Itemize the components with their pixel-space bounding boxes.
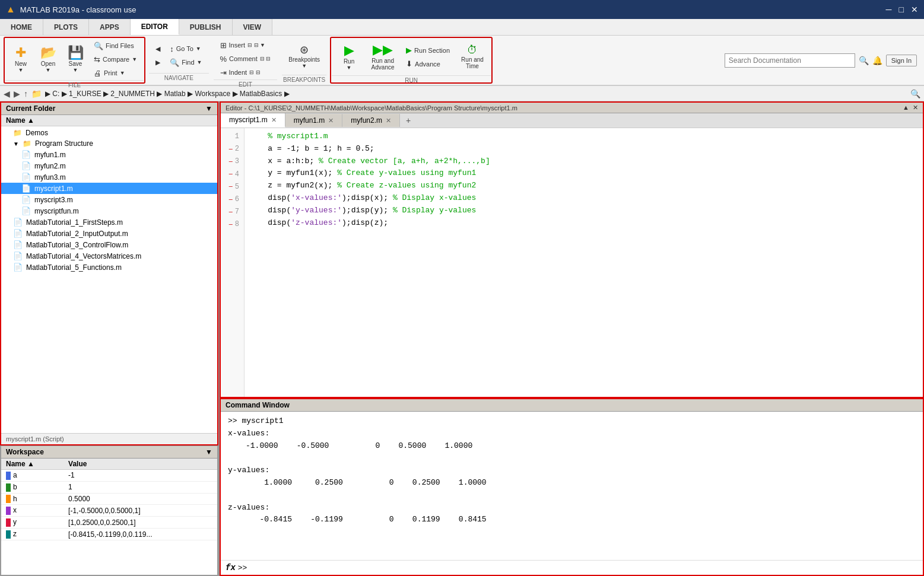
workspace-row[interactable]: x [-1,-0.5000,0,0.5000,1] — [1, 505, 217, 517]
nav-up-icon[interactable]: ↑ — [24, 89, 28, 98]
editor-collapse-icon[interactable]: ▲ — [903, 104, 909, 112]
nav-forward-button[interactable]: ▶ — [151, 56, 164, 68]
breakpoints-icon: ⊛ — [300, 44, 309, 55]
current-folder-header: Current Folder ▼ — [1, 103, 217, 115]
nav-forward-icon[interactable]: ▶ — [14, 89, 20, 98]
editor-tab-close-myfun2[interactable]: ✕ — [386, 117, 391, 125]
workspace-cell-name: x — [1, 505, 63, 517]
tab-editor[interactable]: EDITOR — [131, 19, 179, 35]
editor-tab-label: myscript1.m — [229, 116, 268, 124]
tab-view[interactable]: VIEW — [233, 19, 273, 35]
find-files-icon: 🔍 — [94, 42, 103, 50]
folder-detail: myscript1.m (Script) — [1, 433, 217, 444]
folder-item-myfun3[interactable]: 📄 myfun3.m — [1, 171, 217, 183]
advance-button[interactable]: ⬇ Advance — [402, 58, 454, 70]
tab-plots[interactable]: PLOTS — [43, 19, 89, 35]
editor-tab-close-myscript1[interactable]: ✕ — [271, 116, 277, 124]
maximize-button[interactable]: □ — [899, 5, 904, 14]
command-prompt-input[interactable] — [249, 564, 918, 572]
tab-publish[interactable]: PUBLISH — [179, 19, 233, 35]
editor-new-tab-button[interactable]: + — [400, 113, 417, 128]
goto-icon: ↕ — [170, 44, 174, 53]
workspace-collapse-icon[interactable]: ▼ — [205, 448, 212, 456]
address-search-icon[interactable]: 🔍 — [910, 89, 920, 98]
folder-item-name: myfun2.m — [34, 162, 66, 170]
folder-item-name: MatlabTutorial_4_VectorsMatrices.m — [26, 252, 141, 260]
command-window-content[interactable]: >> myscript1 x-values: -1.0000 -0.5000 0… — [221, 412, 923, 560]
folder-item-myscriptfun[interactable]: 📄 myscriptfun.m — [1, 205, 217, 217]
folder-item-name: MatlabTutorial_2_InputOutput.m — [26, 230, 128, 238]
workspace-cell-value: -1 — [63, 470, 217, 482]
workspace-row[interactable]: a -1 — [1, 470, 217, 482]
workspace-row[interactable]: b 1 — [1, 481, 217, 493]
run-icon: ▶ — [344, 44, 354, 57]
right-panel: Editor - C:\1_KURSE\2_NUMMETH\Matlab\Wor… — [220, 101, 924, 576]
search-icon: 🔍 — [859, 56, 869, 65]
find-button[interactable]: 🔍 Find ▼ — [166, 56, 206, 68]
editor-tab-myscript1[interactable]: myscript1.m ✕ — [221, 113, 285, 128]
editor-tab-bar: myscript1.m ✕ myfun1.m ✕ myfun2.m ✕ + — [221, 113, 923, 128]
tab-apps[interactable]: APPS — [89, 19, 131, 35]
run-and-advance-button[interactable]: ▶▶ Run and Advance — [366, 40, 399, 74]
folder-item-demos[interactable]: 📁 Demos — [1, 128, 217, 138]
workspace-row[interactable]: z [-0.8415,-0.1199,0,0.119... — [1, 529, 217, 540]
run-button[interactable]: ▶ Run ▼ — [334, 40, 364, 74]
cmd-line-xvalues: -1.0000 -0.5000 0 0.5000 1.0000 — [228, 440, 916, 453]
nav-back-icon[interactable]: ◀ — [4, 89, 10, 98]
forward-icon: ▶ — [155, 59, 160, 66]
folder-item-tutorial3[interactable]: 📄 MatlabTutorial_3_ControlFlow.m — [1, 239, 217, 250]
print-button[interactable]: 🖨 Print ▼ — [90, 67, 141, 79]
folder-icon: 📁 — [23, 139, 31, 148]
folder-item-name: MatlabTutorial_1_FirstSteps.m — [26, 218, 123, 227]
workspace-cell-value: [1,0.2500,0,0.2500,1] — [63, 517, 217, 529]
run-section-button[interactable]: ▶ Run Section — [402, 44, 454, 56]
insert-button[interactable]: ⊞ Insert ⊟ ⊟ ▼ — [216, 39, 275, 51]
folder-item-myscript1[interactable]: 📄 myscript1.m — [1, 183, 217, 194]
compare-icon: ⇆ — [94, 55, 100, 64]
line-num-4: —4 — [221, 168, 244, 181]
run-and-time-button[interactable]: ⏱ Run and Time — [456, 40, 488, 74]
folder-item-myfun2[interactable]: 📄 myfun2.m — [1, 160, 217, 171]
open-button[interactable]: 📂 Open ▼ — [35, 42, 61, 77]
editor-close-icon[interactable]: ✕ — [913, 104, 918, 112]
code-line-5: z = myfun2(x); % Create z-values using m… — [249, 180, 918, 192]
current-folder-collapse-icon[interactable]: ▼ — [205, 104, 212, 113]
editor-tab-close-myfun1[interactable]: ✕ — [328, 117, 334, 125]
breakpoints-button[interactable]: ⊛ Breakpoints ▼ — [284, 39, 324, 74]
folder-item-tutorial1[interactable]: 📄 MatlabTutorial_1_FirstSteps.m — [1, 217, 217, 228]
minimize-button[interactable]: ─ — [886, 5, 892, 14]
close-button[interactable]: ✕ — [911, 5, 918, 14]
workspace-title: Workspace — [6, 448, 44, 456]
command-input-line[interactable]: fx >> — [221, 560, 923, 575]
folder-item-name: MatlabTutorial_3_ControlFlow.m — [26, 241, 128, 249]
editor-content-area[interactable]: 1 —2 —3 —4 —5 —6 —7 —8 % myscript1.m a =… — [221, 128, 923, 397]
compare-button[interactable]: ⇆ Compare ▼ — [90, 53, 141, 65]
find-files-button[interactable]: 🔍 Find Files — [90, 40, 141, 52]
goto-button[interactable]: ↕ Go To ▼ — [166, 43, 206, 55]
fx-icon: fx — [226, 563, 236, 572]
folder-item-tutorial5[interactable]: 📄 MatlabTutorial_5_Functions.m — [1, 262, 217, 273]
folder-item-myfun1[interactable]: 📄 myfun1.m — [1, 149, 217, 160]
file-icon: 📄 — [21, 195, 31, 204]
editor-tab-myfun2[interactable]: myfun2.m ✕ — [342, 114, 400, 127]
cmd-prompt-symbol: >> — [238, 564, 247, 572]
comment-button[interactable]: % Comment ⊟ ⊟ — [216, 53, 275, 65]
folder-item-tutorial4[interactable]: 📄 MatlabTutorial_4_VectorsMatrices.m — [1, 250, 217, 262]
folder-item-program-structure[interactable]: ▼ 📁 Program Structure — [1, 138, 217, 149]
nav-browse-icon[interactable]: 📁 — [31, 89, 42, 98]
workspace-row[interactable]: h 0.5000 — [1, 493, 217, 505]
signin-button[interactable]: Sign In — [886, 55, 917, 66]
code-display-area[interactable]: % myscript1.m a = -1; b = 1; h = 0.5; x … — [245, 128, 923, 397]
save-button[interactable]: 💾 Save ▼ — [62, 42, 88, 77]
folder-item-myscript3[interactable]: 📄 myscript3.m — [1, 194, 217, 205]
new-button[interactable]: ✚ New ▼ — [8, 42, 34, 77]
nav-back-button[interactable]: ◀ — [151, 43, 164, 55]
folder-item-tutorial2[interactable]: 📄 MatlabTutorial_2_InputOutput.m — [1, 228, 217, 239]
search-documentation-input[interactable] — [725, 53, 855, 68]
line-num-3: —3 — [221, 155, 244, 168]
indent-button[interactable]: ⇥ Indent ⊟ ⊟ — [216, 66, 275, 78]
workspace-row[interactable]: y [1,0.2500,0,0.2500,1] — [1, 517, 217, 529]
editor-tab-myfun1[interactable]: myfun1.m ✕ — [285, 114, 343, 127]
code-line-6: disp('x-values:');disp(x); % Display x-v… — [249, 192, 918, 205]
tab-home[interactable]: HOME — [0, 19, 43, 35]
